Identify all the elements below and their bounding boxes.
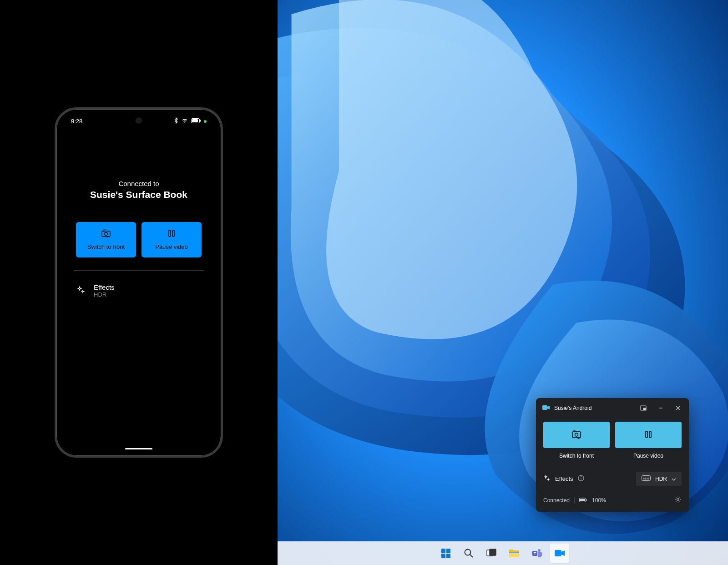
desktop-panel: Susie's Android Switch to front xyxy=(278,0,728,565)
phone-camera-notch xyxy=(136,117,142,124)
widget-effects-label: Effects xyxy=(555,475,573,482)
svg-rect-1 xyxy=(192,119,198,122)
svg-point-31 xyxy=(465,550,471,555)
svg-rect-25 xyxy=(586,499,587,501)
svg-rect-27 xyxy=(441,549,445,553)
svg-rect-30 xyxy=(446,554,450,558)
sparkle-icon xyxy=(76,285,86,296)
svg-rect-5 xyxy=(169,230,171,237)
effects-title: Effects xyxy=(94,283,115,291)
svg-rect-36 xyxy=(509,552,519,553)
widget-buttons: Switch to front Pause video xyxy=(543,422,682,459)
windows-taskbar: T xyxy=(278,541,728,565)
camera-icon xyxy=(542,404,550,412)
svg-line-32 xyxy=(470,555,473,557)
widget-title: Susie's Android xyxy=(554,405,632,411)
pause-icon xyxy=(168,229,175,239)
status-icons xyxy=(174,117,207,125)
phone-content: Connected to Susie's Surface Book Switch… xyxy=(63,125,215,298)
svg-rect-28 xyxy=(446,549,450,553)
bluetooth-icon xyxy=(174,117,178,125)
svg-rect-17 xyxy=(649,431,651,438)
pause-icon xyxy=(644,430,652,440)
widget-body: Switch to front Pause video Eff xyxy=(536,418,689,512)
svg-text:T: T xyxy=(534,551,536,556)
camera-app-button[interactable] xyxy=(550,544,569,563)
footer-divider xyxy=(574,497,575,504)
phone-action-buttons: Switch to front Pause video xyxy=(74,222,204,257)
hdr-label: HDR xyxy=(655,476,667,482)
widget-pause-wrap: Pause video xyxy=(615,422,682,459)
battery-icon xyxy=(579,497,587,504)
effects-row[interactable]: Effects HDR xyxy=(74,283,204,298)
sparkle-icon xyxy=(543,474,551,483)
pause-button-label: Pause video xyxy=(155,243,188,250)
teams-button[interactable]: T xyxy=(527,544,546,563)
svg-rect-29 xyxy=(441,554,445,558)
svg-rect-3 xyxy=(102,231,110,237)
svg-point-26 xyxy=(677,499,679,500)
start-button[interactable] xyxy=(436,544,455,563)
svg-rect-8 xyxy=(542,405,547,410)
switch-to-front-button[interactable]: Switch to front xyxy=(76,222,136,257)
connected-device-name: Susie's Surface Book xyxy=(74,189,204,200)
effects-text: Effects HDR xyxy=(94,283,115,298)
svg-point-4 xyxy=(105,232,107,235)
battery-icon xyxy=(191,118,201,125)
chevron-down-icon xyxy=(672,476,676,482)
search-button[interactable] xyxy=(459,544,478,563)
switch-camera-icon xyxy=(571,430,582,440)
picture-in-picture-button[interactable] xyxy=(637,403,650,414)
settings-button[interactable] xyxy=(674,496,682,504)
svg-rect-24 xyxy=(580,499,585,501)
svg-rect-2 xyxy=(200,120,201,122)
divider xyxy=(74,270,204,271)
svg-rect-10 xyxy=(643,408,646,410)
minimize-button[interactable] xyxy=(654,403,667,414)
hdr-dropdown[interactable]: HDR HDR xyxy=(636,472,682,486)
recording-indicator-dot xyxy=(204,120,207,123)
status-time: 9:28 xyxy=(71,118,82,125)
widget-effects-left: Effects xyxy=(543,474,584,483)
wifi-icon xyxy=(181,118,188,125)
widget-effects-row: Effects HDR HDR xyxy=(543,472,682,486)
widget-switch-wrap: Switch to front xyxy=(543,422,610,459)
home-indicator[interactable] xyxy=(125,448,152,449)
close-button[interactable] xyxy=(672,403,684,414)
widget-switch-to-front-button[interactable] xyxy=(543,422,610,448)
connected-to-label: Connected to xyxy=(74,180,204,187)
svg-rect-16 xyxy=(646,431,647,438)
widget-pause-label: Pause video xyxy=(633,453,663,459)
camera-widget-window: Susie's Android Switch to front xyxy=(536,398,689,512)
widget-footer: Connected 100% xyxy=(543,496,682,504)
phone-panel: 9:28 Connected to Susie's Surface Book xyxy=(0,0,278,565)
svg-point-20 xyxy=(581,477,581,477)
effects-value: HDR xyxy=(94,291,115,298)
svg-text:HDR: HDR xyxy=(643,477,650,480)
file-explorer-button[interactable] xyxy=(505,544,524,563)
pause-video-button[interactable]: Pause video xyxy=(142,222,202,257)
svg-rect-14 xyxy=(572,432,581,438)
switch-camera-icon xyxy=(101,229,111,239)
svg-point-39 xyxy=(538,549,541,552)
battery-percent: 100% xyxy=(592,497,606,504)
svg-rect-34 xyxy=(490,549,496,555)
svg-rect-6 xyxy=(172,230,174,237)
phone-frame: 9:28 Connected to Susie's Surface Book xyxy=(55,107,223,458)
footer-left: Connected 100% xyxy=(543,497,606,504)
widget-switch-label: Switch to front xyxy=(559,453,594,459)
widget-pause-video-button[interactable] xyxy=(615,422,682,448)
switch-button-label: Switch to front xyxy=(87,243,125,250)
connection-status: Connected xyxy=(543,497,570,504)
widget-titlebar[interactable]: Susie's Android xyxy=(536,398,689,418)
hdr-badge-icon: HDR xyxy=(642,475,651,482)
svg-rect-40 xyxy=(555,550,561,556)
task-view-button[interactable] xyxy=(482,544,501,563)
svg-point-15 xyxy=(575,433,578,436)
info-icon[interactable] xyxy=(578,475,584,483)
